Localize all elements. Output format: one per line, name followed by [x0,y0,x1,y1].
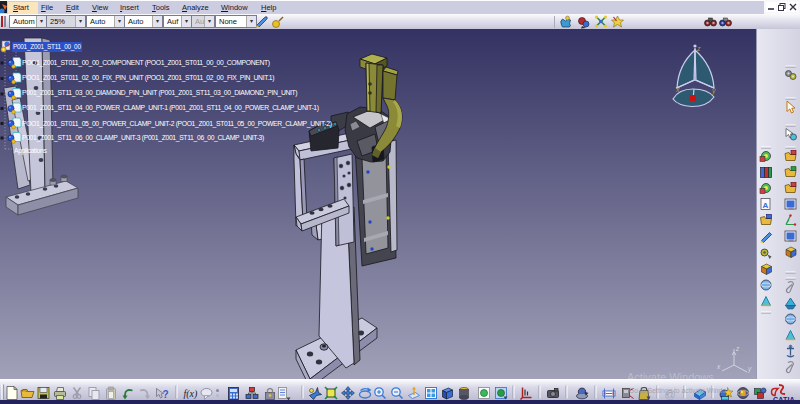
svg-text:A: A [763,201,769,210]
svg-text:z: z [735,345,740,352]
svg-text:x: x [716,363,721,370]
svg-text:f(x): f(x) [184,388,199,400]
svg-text:?: ? [163,389,169,400]
svg-text:y: y [711,87,716,95]
svg-text:z: z [696,45,701,52]
svg-text:x: x [675,86,680,93]
svg-text:y: y [747,365,752,373]
